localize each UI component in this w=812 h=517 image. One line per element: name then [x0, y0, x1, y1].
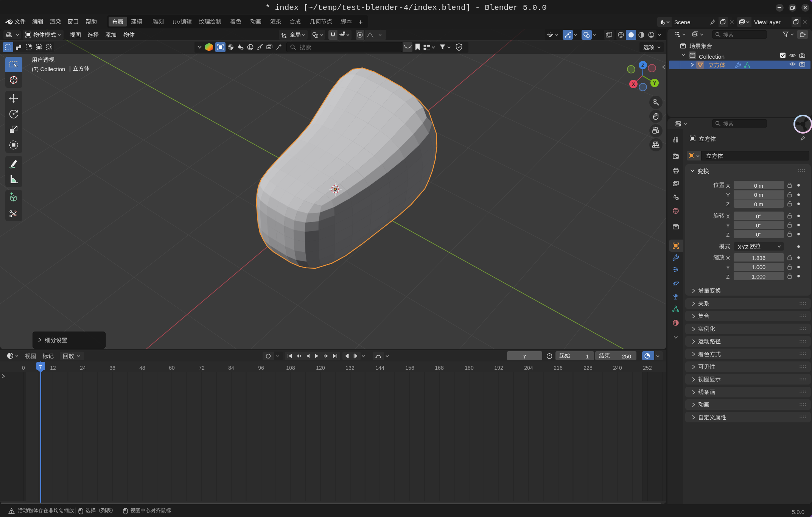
- svg-text:Y: Y: [653, 81, 656, 86]
- svg-text:Z: Z: [641, 63, 644, 68]
- svg-text:X: X: [632, 82, 635, 87]
